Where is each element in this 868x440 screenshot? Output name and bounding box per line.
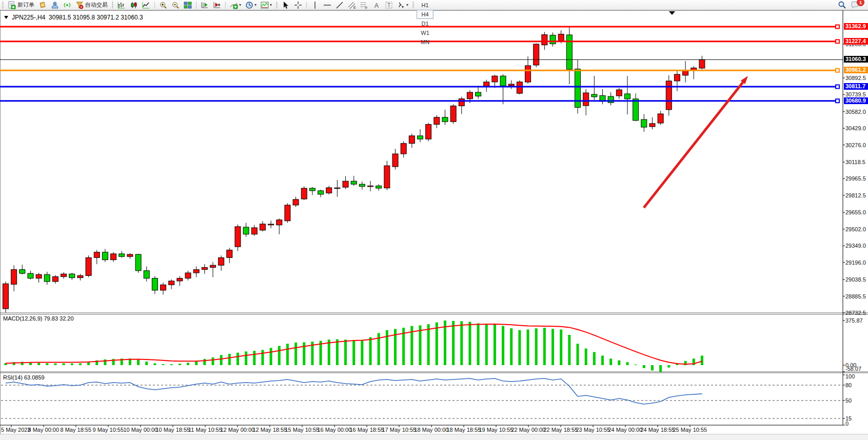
timeframe-button-mn[interactable]: MN	[417, 37, 433, 47]
chart-ohlc-values: 30981.5 31095.8 30971.2 31060.3	[49, 14, 143, 21]
arrows-icon	[397, 1, 405, 9]
crosshair-icon	[294, 1, 302, 9]
zoom-in-icon	[159, 1, 167, 9]
time-axis-label: 12 May 18:55	[253, 427, 287, 433]
macd-tick-label: -58.07	[845, 366, 868, 372]
search-button[interactable]	[836, 1, 848, 9]
notifications-button[interactable]: 1	[849, 1, 861, 9]
vertical-line-button[interactable]	[309, 1, 321, 9]
zoom-out-icon	[171, 1, 180, 9]
time-axis-label: 18 May 00:00	[415, 427, 449, 433]
trendline-button[interactable]	[334, 1, 345, 9]
price-tick-label: 30582.0	[845, 109, 868, 115]
price-tick-label: 28885.5	[845, 293, 868, 299]
horizontal-line-icon	[323, 1, 331, 9]
new-order-button[interactable]: 新订单	[6, 1, 36, 9]
tile-windows-icon	[184, 1, 192, 9]
profiles-button[interactable]	[37, 1, 48, 9]
fibonacci-button[interactable]: F	[359, 1, 370, 9]
price-level-label: 30811.7	[844, 83, 868, 90]
crosshair-button[interactable]	[292, 1, 304, 9]
profiles-icon	[38, 1, 47, 9]
cursor-button[interactable]	[280, 1, 291, 9]
chart-canvas[interactable]	[0, 0, 868, 440]
signals-button[interactable]	[62, 1, 73, 9]
community-button[interactable]	[49, 1, 61, 9]
equidistant-channel-icon: E	[348, 1, 356, 9]
autoscroll-button[interactable]	[199, 1, 210, 9]
candle-chart-button[interactable]	[128, 1, 140, 9]
timeframe-button-w1[interactable]: W1	[417, 28, 433, 37]
price-tick-label: 29502.0	[845, 226, 868, 232]
periods-button[interactable]: ▾	[244, 1, 258, 9]
candle-chart-icon	[130, 1, 138, 9]
text-label-button[interactable]: T	[383, 1, 394, 9]
signals-icon	[63, 1, 71, 9]
search-icon	[838, 1, 846, 9]
new-order-label: 新订单	[17, 1, 34, 9]
autotrading-button[interactable]: 自动交易	[74, 1, 109, 9]
time-axis-label: 11 May 10:55	[188, 427, 222, 433]
text-button[interactable]: A	[371, 1, 382, 9]
time-axis-label: 16 May 00:00	[318, 427, 352, 433]
bar-chart-button[interactable]	[116, 1, 127, 9]
rsi-tick-label: 50	[845, 397, 868, 404]
autotrading-label: 自动交易	[85, 1, 108, 9]
time-axis-label: 18 May 18:55	[447, 427, 481, 433]
cursor-icon	[282, 1, 290, 9]
autotrading-icon	[75, 1, 84, 9]
time-axis-label: 9 May 10:55	[93, 427, 124, 433]
timeframe-button-d1[interactable]: D1	[417, 19, 433, 28]
toolbar-grip	[2, 1, 4, 9]
chart-shift-button[interactable]	[211, 1, 223, 9]
zoom-in-button[interactable]	[157, 1, 169, 9]
community-icon	[51, 1, 59, 9]
price-level-label: 31362.9	[844, 23, 868, 30]
zoom-out-button[interactable]	[170, 1, 181, 9]
text-icon: A	[372, 1, 381, 9]
price-level-label: 31227.4	[844, 38, 868, 45]
price-tick-label: 28732.5	[845, 310, 868, 316]
chevron-down-icon: ▾	[406, 3, 408, 7]
time-axis-label: 25 May 10:55	[673, 427, 707, 433]
rsi-tick-label: 100	[845, 373, 868, 379]
autoscroll-icon	[201, 1, 209, 9]
price-tick-label: 29965.5	[845, 175, 868, 182]
time-axis-label: 5 May 2023	[1, 427, 30, 433]
time-axis-label: 22 May 00:00	[511, 427, 546, 433]
price-tick-label: 30739.5	[845, 91, 868, 97]
chart-title: JPN225-,H4 30981.5 31095.8 30971.2 31060…	[4, 14, 143, 21]
timeframe-button-h1[interactable]: H1	[417, 1, 433, 10]
line-chart-button[interactable]	[141, 1, 152, 9]
price-tick-label: 29196.0	[845, 259, 868, 266]
svg-text:T: T	[387, 3, 390, 8]
macd-tick-label: 375.87	[845, 317, 868, 324]
arrows-button[interactable]: ▾	[396, 1, 410, 9]
horizontal-line-button[interactable]	[322, 1, 333, 9]
toolbar: 新订单 自动交易	[0, 0, 868, 10]
templates-button[interactable]: ▾	[259, 1, 273, 9]
svg-text:F: F	[365, 6, 367, 9]
rsi-tick-label: 0	[845, 421, 868, 427]
templates-icon	[261, 1, 269, 9]
fibonacci-icon: F	[360, 1, 368, 9]
time-axis-label: 23 May 10:55	[576, 427, 610, 433]
notification-badge: 1	[857, 0, 864, 6]
price-tick-label: 30118.5	[845, 159, 868, 165]
timeframe-button-h4[interactable]: H4	[417, 10, 433, 19]
price-tick-label: 29655.0	[845, 209, 868, 215]
trendline-icon	[336, 1, 344, 9]
tile-windows-button[interactable]	[182, 1, 193, 9]
price-tick-label: 29349.0	[845, 243, 868, 249]
periods-icon	[245, 1, 253, 9]
toolbar-grip	[412, 1, 415, 9]
svg-text:A: A	[374, 2, 379, 9]
bar-chart-icon	[117, 1, 126, 9]
time-axis-label: 15 May 10:55	[285, 427, 320, 433]
price-tick-label: 30429.0	[845, 125, 868, 131]
chart-dropdown-icon[interactable]	[4, 16, 8, 19]
vertical-line-icon	[311, 1, 319, 9]
equidistant-channel-button[interactable]: E	[346, 1, 358, 9]
indicators-button[interactable]: ▾	[228, 1, 243, 9]
price-tick-label: 29038.5	[845, 276, 868, 283]
